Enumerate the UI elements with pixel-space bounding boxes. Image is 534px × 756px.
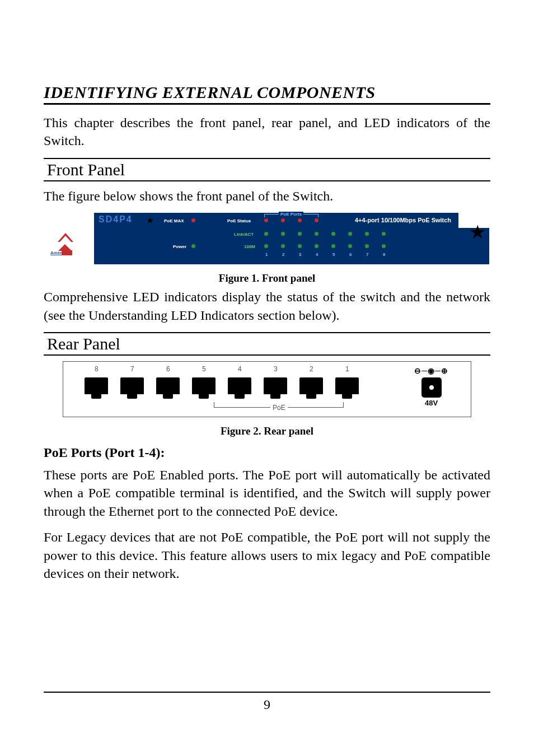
fp-port-number: 1 xyxy=(265,252,268,257)
figure1-caption: Figure 1. Front panel xyxy=(44,272,490,284)
rj45-port-icon xyxy=(85,377,108,398)
front-panel-lead: The figure below shows the front panel o… xyxy=(44,187,490,205)
rj45-port-icon xyxy=(192,377,216,398)
page-footer: 9 xyxy=(44,692,490,712)
fp-port-number: 3 xyxy=(299,252,301,257)
rear-panel-figure: 8 7 6 5 4 3 2 1 PoE ⊖─◉─⊕ 48V xyxy=(63,361,471,417)
polarity-icon: ⊖─◉─⊕ xyxy=(414,366,448,375)
dc-jack-icon xyxy=(421,377,442,398)
rp-port-number: 3 xyxy=(274,365,278,373)
model-label: SD4P4 xyxy=(99,214,133,225)
rp-port-number: 5 xyxy=(202,365,206,373)
fp-port-number: 6 xyxy=(349,252,352,257)
section-front-panel: Front Panel xyxy=(44,158,490,181)
section-rear-panel: Rear Panel xyxy=(44,332,490,356)
rj45-port-icon xyxy=(228,377,251,398)
rp-port-number: 8 xyxy=(95,365,99,373)
poe-bracket-label: PoE xyxy=(270,404,288,412)
rp-port-number: 2 xyxy=(310,365,313,373)
heading-rule xyxy=(44,103,490,105)
m100-label: 100M xyxy=(244,244,255,249)
intro-paragraph: This chapter describes the front panel, … xyxy=(44,114,490,150)
rp-port-number: 7 xyxy=(130,365,134,373)
rp-port-number: 4 xyxy=(238,365,242,373)
triangle-icon xyxy=(58,233,73,242)
rj45-port-icon xyxy=(264,377,287,398)
switch-title: 4+4-port 10/100Mbps PoE Switch xyxy=(355,217,451,223)
rj45-port-icon xyxy=(120,377,144,398)
poe-paragraph-1: These ports are PoE Enabled ports. The P… xyxy=(44,466,490,520)
fp-port-number: 2 xyxy=(282,252,284,257)
page-title: IDENTIFYING EXTERNAL COMPONENTS xyxy=(44,83,490,103)
voltage-label: 48V xyxy=(414,399,448,407)
fp-port-number: 5 xyxy=(332,252,335,257)
poemax-label: PoE MAX xyxy=(164,218,184,223)
page-number: 9 xyxy=(44,697,490,712)
fp-port-number: 7 xyxy=(366,252,368,257)
brand-logo: Amer.com xyxy=(50,244,86,255)
linkact-label: Link/ACT xyxy=(234,232,254,237)
rp-port-number: 6 xyxy=(166,365,170,373)
fp-port-number: 8 xyxy=(383,252,385,257)
star-icon: ★ xyxy=(469,221,486,243)
fp-port-number: 4 xyxy=(316,252,318,257)
poe-ports-bracket-label: PoE Ports xyxy=(279,212,303,217)
poe-ports-heading: PoE Ports (Port 1-4): xyxy=(44,445,490,460)
front-panel-after: Comprehensive LED indicators display the… xyxy=(44,288,490,324)
rj45-port-icon xyxy=(156,377,180,398)
rj45-port-icon xyxy=(335,377,359,398)
front-panel-figure: SD4P4 ★ PoE MAX PoE Status PoE Ports 4+4… xyxy=(44,213,489,264)
power-label: Power xyxy=(173,244,186,249)
rj45-port-icon xyxy=(299,377,323,398)
rp-port-number: 1 xyxy=(345,365,349,373)
poe-paragraph-2: For Legacy devices that are not PoE comp… xyxy=(44,528,490,582)
star-icon: ★ xyxy=(146,215,154,226)
figure2-caption: Figure 2. Rear panel xyxy=(44,425,490,437)
power-jack-group: ⊖─◉─⊕ 48V xyxy=(414,366,448,407)
poe-status-label: PoE Status xyxy=(227,218,251,223)
